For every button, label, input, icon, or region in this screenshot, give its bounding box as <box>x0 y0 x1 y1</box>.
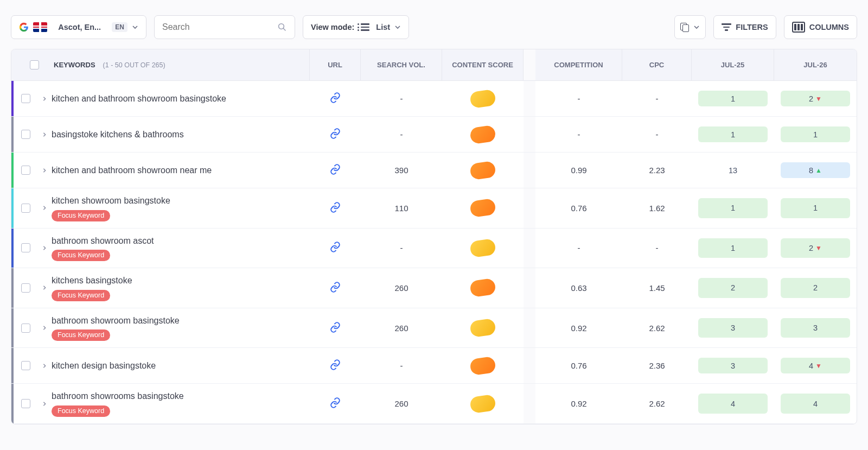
content-score-cell <box>442 153 524 188</box>
expand-row[interactable] <box>37 268 52 308</box>
row-checkbox[interactable] <box>21 204 30 213</box>
link-icon <box>329 92 341 105</box>
col-competition[interactable]: COMPETITION <box>535 49 622 80</box>
expand-row[interactable] <box>37 308 52 348</box>
rank-value: 4 <box>813 400 818 408</box>
keyword-cell[interactable]: bathroom showroom ascotFocus Keyword <box>52 229 310 268</box>
expand-row[interactable] <box>37 348 52 383</box>
col-search-vol[interactable]: SEARCH VOL. <box>361 49 442 80</box>
gap-cell <box>524 81 535 116</box>
col-content-score[interactable]: CONTENT SCORE <box>442 49 524 80</box>
filter-icon <box>722 23 731 30</box>
focus-keyword-badge: Focus Keyword <box>52 405 110 417</box>
url-cell[interactable] <box>310 153 361 188</box>
focus-keyword-badge: Focus Keyword <box>52 329 110 341</box>
url-cell[interactable] <box>310 268 361 308</box>
keyword-cell[interactable]: basingstoke kitchens & bathrooms <box>52 117 310 152</box>
row-checkbox-cell <box>14 308 37 348</box>
keyword-cell[interactable]: kitchen showroom basingstokeFocus Keywor… <box>52 188 310 228</box>
filters-button[interactable]: FILTERS <box>713 15 776 39</box>
expand-row[interactable] <box>37 384 52 423</box>
url-cell[interactable] <box>310 188 361 228</box>
search-input[interactable] <box>162 22 273 32</box>
table-row: kitchen and bathroom showroom basingstok… <box>11 81 857 117</box>
keyword-cell[interactable]: kitchens basingstokeFocus Keyword <box>52 268 310 308</box>
row-checkbox-cell <box>14 348 37 383</box>
keyword-cell[interactable]: kitchen and bathroom showroom basingstok… <box>52 81 310 116</box>
location-selector[interactable]: Ascot, En... EN <box>11 15 146 39</box>
row-checkbox[interactable] <box>21 361 30 370</box>
col-date-1[interactable]: JUL-25 <box>692 49 774 80</box>
chevron-down-icon <box>394 24 401 30</box>
cpc-cell: 2.62 <box>622 384 692 423</box>
url-cell[interactable] <box>310 117 361 152</box>
date-cell: 13 <box>692 153 774 188</box>
col-keywords[interactable]: KEYWORDS <box>54 61 95 69</box>
columns-button[interactable]: COLUMNS <box>784 15 857 39</box>
select-all-checkbox[interactable] <box>30 60 39 69</box>
expand-row[interactable] <box>37 153 52 188</box>
view-mode-selector[interactable]: View mode: List <box>303 15 409 39</box>
url-cell[interactable] <box>310 308 361 348</box>
url-cell[interactable] <box>310 81 361 116</box>
row-checkbox-cell <box>14 188 37 228</box>
row-checkbox[interactable] <box>21 166 30 175</box>
expand-row[interactable] <box>37 117 52 152</box>
date-cell: 1 <box>692 229 774 268</box>
row-checkbox-cell <box>14 81 37 116</box>
cpc-cell: 2.62 <box>622 308 692 348</box>
expand-row[interactable] <box>37 229 52 268</box>
competition-cell: - <box>535 229 622 268</box>
keyword-cell[interactable]: bathroom showroom basingstokeFocus Keywo… <box>52 308 310 348</box>
view-mode-value: List <box>376 23 390 31</box>
expand-row[interactable] <box>37 188 52 228</box>
date-cell: 2 <box>774 268 857 308</box>
row-checkbox[interactable] <box>21 324 30 333</box>
url-cell[interactable] <box>310 348 361 383</box>
row-checkbox[interactable] <box>21 130 30 139</box>
content-score-badge <box>469 356 496 376</box>
keyword-text: basingstoke kitchens & bathrooms <box>52 129 184 141</box>
content-score-badge <box>469 88 496 108</box>
columns-label: COLUMNS <box>809 23 849 31</box>
search-vol-cell: - <box>361 229 442 268</box>
toolbar: Ascot, En... EN View mode: List FILTERS … <box>11 0 857 49</box>
content-score-cell <box>442 308 524 348</box>
table-row: bathroom showroom ascotFocus Keyword - -… <box>11 229 857 269</box>
keyword-cell[interactable]: bathroom showrooms basingstokeFocus Keyw… <box>52 384 310 423</box>
keywords-table: KEYWORDS (1 - 50 OUT OF 265) URL SEARCH … <box>11 49 857 424</box>
competition-cell: 0.92 <box>535 308 622 348</box>
row-checkbox-cell <box>14 117 37 152</box>
date-cell: 1 <box>692 81 774 116</box>
rank-value: 3 <box>731 362 735 370</box>
copy-menu-button[interactable] <box>674 15 706 39</box>
expand-row[interactable] <box>37 81 52 116</box>
col-date-2[interactable]: JUL-26 <box>774 49 857 80</box>
link-icon <box>329 281 341 295</box>
row-checkbox[interactable] <box>21 399 30 408</box>
filters-label: FILTERS <box>736 23 768 31</box>
keyword-cell[interactable]: kitchen design basingstoke <box>52 348 310 383</box>
url-cell[interactable] <box>310 229 361 268</box>
search-field[interactable] <box>154 15 295 39</box>
focus-keyword-badge: Focus Keyword <box>52 290 110 301</box>
column-gap <box>524 49 535 80</box>
col-url[interactable]: URL <box>310 49 361 80</box>
content-score-cell <box>442 188 524 228</box>
row-checkbox[interactable] <box>21 94 30 103</box>
date-cell: 3 <box>692 308 774 348</box>
arrow-down-icon: ▼ <box>815 95 822 103</box>
link-icon <box>329 397 341 410</box>
url-cell[interactable] <box>310 384 361 423</box>
content-score-badge <box>469 124 496 144</box>
link-icon <box>329 163 341 177</box>
row-checkbox[interactable] <box>21 243 30 252</box>
competition-cell: - <box>535 81 622 116</box>
copy-icon <box>680 23 689 31</box>
row-checkbox[interactable] <box>21 283 30 293</box>
content-score-badge <box>469 198 496 218</box>
keyword-cell[interactable]: kitchen and bathroom showroom near me <box>52 153 310 188</box>
competition-cell: 0.63 <box>535 268 622 308</box>
view-mode-label: View mode: <box>311 23 354 31</box>
col-cpc[interactable]: CPC <box>622 49 692 80</box>
